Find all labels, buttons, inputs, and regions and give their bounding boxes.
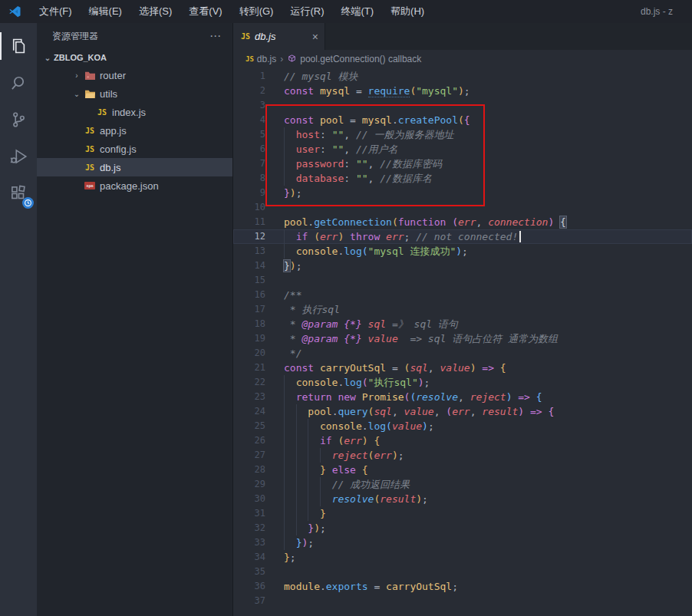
code-line-35[interactable]: 35 xyxy=(233,565,692,579)
code-line-34[interactable]: 34}; xyxy=(233,550,692,565)
menu-item[interactable]: 文件(F) xyxy=(31,0,81,23)
tab-close-icon[interactable]: × xyxy=(312,31,318,43)
line-content: if (err) { xyxy=(265,433,380,448)
code-line-37[interactable]: 37 xyxy=(233,594,692,608)
code-line-10[interactable]: 10 xyxy=(233,200,692,215)
code-line-31[interactable]: 31 } xyxy=(233,506,692,521)
line-content: const carryOutSql = (sql, value) => { xyxy=(265,361,506,375)
indent-guide xyxy=(284,229,285,244)
code-token: => xyxy=(518,391,530,403)
code-line-33[interactable]: 33 }); xyxy=(233,535,692,550)
code-line-29[interactable]: 29 // 成功返回结果 xyxy=(233,477,692,492)
code-token xyxy=(314,114,320,126)
code-line-12[interactable]: 12 if (err) throw err; // not connected! xyxy=(233,229,692,244)
tab-db-js[interactable]: JS db.js × xyxy=(233,23,325,50)
code-token: Promise xyxy=(362,391,404,403)
code-line-20[interactable]: 20 */ xyxy=(233,346,692,361)
code-line-25[interactable]: 25 console.log(value); xyxy=(233,419,692,433)
run-debug-icon[interactable] xyxy=(0,138,37,175)
code-line-36[interactable]: 36module.exports = carryOutSql; xyxy=(233,579,692,594)
code-line-30[interactable]: 30 resolve(result); xyxy=(233,492,692,506)
code-area[interactable]: 1// mysql 模块2const mysql = require("mysq… xyxy=(233,68,692,608)
code-line-27[interactable]: 27 reject(err); xyxy=(233,448,692,463)
line-number: 5 xyxy=(233,127,265,142)
code-line-13[interactable]: 13 console.log("mysql 连接成功"); xyxy=(233,244,692,259)
extensions-icon[interactable] xyxy=(0,175,37,212)
code-line-9[interactable]: 9}); xyxy=(233,186,692,200)
code-line-32[interactable]: 32 }); xyxy=(233,521,692,535)
code-token xyxy=(284,158,296,170)
code-token xyxy=(554,216,560,228)
explorer-root-folder[interactable]: ⌄ ZBLOG_KOA xyxy=(37,49,232,66)
line-number: 1 xyxy=(233,69,265,84)
code-line-16[interactable]: 16/** xyxy=(233,288,692,302)
code-line-23[interactable]: 23 return new Promise((resolve, reject) … xyxy=(233,390,692,404)
code-token: ) xyxy=(290,260,296,272)
sidebar-item-index-js[interactable]: JSindex.js xyxy=(37,103,232,121)
code-line-15[interactable]: 15 xyxy=(233,273,692,288)
code-line-21[interactable]: 21const carryOutSql = (sql, value) => { xyxy=(233,361,692,375)
line-number: 28 xyxy=(233,463,265,477)
code-token: query xyxy=(338,406,367,417)
code-token xyxy=(284,464,320,476)
code-line-14[interactable]: 14}); xyxy=(233,259,692,273)
code-token: /** xyxy=(284,289,302,301)
code-line-5[interactable]: 5 host: "", // 一般为服务器地址 xyxy=(233,127,692,142)
code-token: value xyxy=(392,420,422,432)
sidebar-item-package-json[interactable]: npmpackage.json xyxy=(37,176,232,195)
indent-guide xyxy=(296,433,297,448)
search-icon[interactable] xyxy=(0,64,37,101)
explorer-icon[interactable] xyxy=(0,28,37,64)
code-line-26[interactable]: 26 if (err) { xyxy=(233,433,692,448)
code-token: return xyxy=(296,391,332,403)
source-control-icon[interactable] xyxy=(0,101,37,138)
explorer-more-actions-icon[interactable]: ⋯ xyxy=(209,29,222,43)
breadcrumb-file[interactable]: JS db.js xyxy=(245,54,276,64)
sidebar-item-utils[interactable]: ⌄utils xyxy=(37,84,232,103)
code-line-24[interactable]: 24 pool.query(sql, value, (err, result) … xyxy=(233,404,692,419)
code-line-2[interactable]: 2const mysql = require("mysql"); xyxy=(233,84,692,98)
menu-item[interactable]: 编辑(E) xyxy=(81,0,130,23)
menu-item[interactable]: 选择(S) xyxy=(130,0,180,23)
sidebar-item-config-js[interactable]: JSconfig.js xyxy=(37,140,232,158)
code-token: function xyxy=(398,216,447,228)
code-line-28[interactable]: 28 } else { xyxy=(233,463,692,477)
menu-item[interactable]: 转到(G) xyxy=(231,0,282,23)
sidebar-item-router[interactable]: ›router xyxy=(37,66,232,84)
line-number: 36 xyxy=(233,579,265,594)
code-token: value xyxy=(368,333,398,344)
code-line-8[interactable]: 8 database: "", //数据库名 xyxy=(233,171,692,186)
code-token: ; xyxy=(398,450,404,461)
menu-item[interactable]: 终端(T) xyxy=(332,0,382,23)
code-line-11[interactable]: 11pool.getConnection(function (err, conn… xyxy=(233,215,692,229)
line-content: pool.query(sql, value, (err, result) => … xyxy=(265,404,554,419)
code-line-22[interactable]: 22 console.log("执行sql"); xyxy=(233,375,692,390)
menu-item[interactable]: 帮助(H) xyxy=(382,0,433,23)
code-line-7[interactable]: 7 password: "", //数据库密码 xyxy=(233,156,692,171)
code-line-3[interactable]: 3 xyxy=(233,98,692,113)
folder-icon xyxy=(84,71,96,81)
code-line-18[interactable]: 18 * @param {*} sql =》 sql 语句 xyxy=(233,317,692,331)
code-token: ; xyxy=(428,420,434,432)
code-line-6[interactable]: 6 user: "", //用户名 xyxy=(233,142,692,156)
code-line-19[interactable]: 19 * @param {*} value => sql 语句占位符 通常为数组 xyxy=(233,331,692,346)
file-icon-slot: JS xyxy=(83,127,97,135)
code-line-17[interactable]: 17 * 执行sql xyxy=(233,302,692,317)
code-line-1[interactable]: 1// mysql 模块 xyxy=(233,69,692,84)
indent-guide xyxy=(296,463,297,477)
line-content: }); xyxy=(265,521,326,535)
menu-item[interactable]: 运行(R) xyxy=(282,0,332,23)
indent-guide xyxy=(308,448,308,463)
sidebar-item-app-js[interactable]: JSapp.js xyxy=(37,121,232,140)
code-line-4[interactable]: 4const pool = mysql.createPool({ xyxy=(233,113,692,127)
code-token: ) xyxy=(418,377,424,388)
code-token: ; xyxy=(462,245,468,257)
line-number: 16 xyxy=(233,288,265,302)
menu-item[interactable]: 查看(V) xyxy=(180,0,230,23)
code-token: // not connected! xyxy=(416,231,518,242)
sidebar-item-db-js[interactable]: JSdb.js xyxy=(37,158,232,176)
code-token: , xyxy=(458,391,470,403)
npm-package-icon: npm xyxy=(84,182,95,189)
item-label: index.js xyxy=(112,107,146,118)
breadcrumb-symbol[interactable]: pool.getConnection() callback xyxy=(287,54,421,64)
